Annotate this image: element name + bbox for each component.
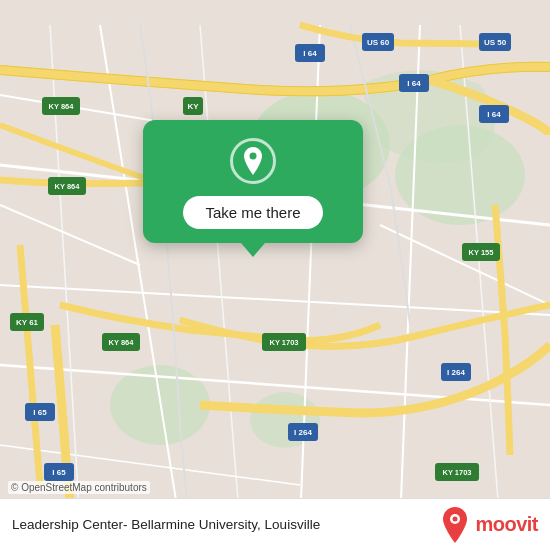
svg-text:I 64: I 64 [407, 79, 421, 88]
svg-text:US 50: US 50 [484, 38, 507, 47]
osm-credit: © OpenStreetMap contributors [8, 481, 150, 494]
moovit-wordmark: moovit [475, 513, 538, 536]
popup-card: Take me there [143, 120, 363, 243]
svg-text:KY 1703: KY 1703 [269, 338, 298, 347]
map-background: I 64 US 60 US 50 I 64 I 64 KY 864 KY KY … [0, 0, 550, 550]
svg-text:I 264: I 264 [294, 428, 312, 437]
location-label: Leadership Center- Bellarmine University… [12, 517, 441, 532]
svg-text:KY: KY [187, 102, 199, 111]
svg-text:I 65: I 65 [33, 408, 47, 417]
svg-text:KY 864: KY 864 [55, 182, 81, 191]
svg-point-52 [250, 153, 257, 160]
svg-text:I 264: I 264 [447, 368, 465, 377]
svg-text:I 64: I 64 [487, 110, 501, 119]
take-me-there-button[interactable]: Take me there [183, 196, 322, 229]
svg-text:KY 864: KY 864 [49, 102, 75, 111]
svg-text:I 65: I 65 [52, 468, 66, 477]
svg-text:KY 155: KY 155 [469, 248, 494, 257]
svg-point-54 [453, 516, 458, 521]
svg-text:KY 61: KY 61 [16, 318, 39, 327]
svg-text:KY 1703: KY 1703 [442, 468, 471, 477]
svg-text:US 60: US 60 [367, 38, 390, 47]
svg-text:I 64: I 64 [303, 49, 317, 58]
svg-text:KY 864: KY 864 [109, 338, 135, 347]
location-pin-icon [230, 138, 276, 184]
map-container: I 64 US 60 US 50 I 64 I 64 KY 864 KY KY … [0, 0, 550, 550]
moovit-logo: moovit [441, 507, 538, 543]
bottom-bar: Leadership Center- Bellarmine University… [0, 498, 550, 550]
moovit-pin-icon [441, 507, 469, 543]
